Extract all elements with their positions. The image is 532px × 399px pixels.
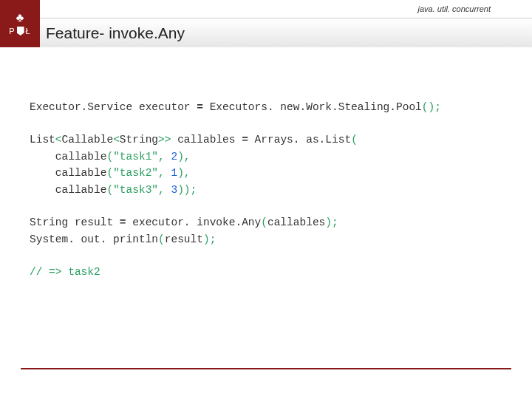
header: java. util. concurrent ♣ P Ł Feature- in… bbox=[0, 0, 532, 47]
package-label: java. util. concurrent bbox=[418, 4, 491, 13]
slide-title: Feature- invoke.Any bbox=[46, 24, 185, 42]
logo: ♣ P Ł bbox=[0, 0, 40, 47]
code-line-comment: // => task2 bbox=[30, 264, 502, 280]
code-line-println: System. out. println(result); bbox=[30, 231, 502, 248]
code-line-result: String result = executor. invoke.Any(cal… bbox=[30, 214, 502, 231]
blank-line bbox=[30, 115, 502, 132]
code-line-2: List<Callable<String>> callables = Array… bbox=[30, 132, 502, 148]
title-bar: Feature- invoke.Any bbox=[40, 18, 532, 47]
footer-rule bbox=[21, 368, 511, 369]
logo-text: P Ł bbox=[9, 27, 30, 35]
blank-line bbox=[30, 248, 502, 264]
blank-line bbox=[30, 198, 502, 214]
logo-icon: ♣ bbox=[16, 12, 24, 24]
logo-letter-p: P bbox=[9, 27, 15, 35]
code-block: Executor.Service executor = Executors. n… bbox=[0, 47, 532, 281]
code-line-task1: callable("task1", 2), bbox=[30, 149, 502, 165]
code-line-1: Executor.Service executor = Executors. n… bbox=[30, 99, 502, 115]
code-line-task3: callable("task3", 3)); bbox=[30, 182, 502, 198]
logo-letter-l: Ł bbox=[26, 27, 31, 35]
shield-icon bbox=[17, 27, 24, 35]
code-line-task2: callable("task2", 1), bbox=[30, 165, 502, 181]
